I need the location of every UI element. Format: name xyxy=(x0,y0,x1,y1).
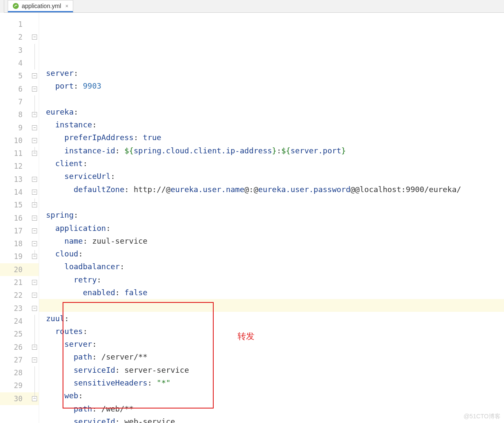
code-line[interactable]: client: xyxy=(39,157,504,170)
code-line[interactable]: loadbalancer: xyxy=(39,260,504,273)
watermark: @51CTO博客 xyxy=(464,413,501,420)
token-val: @:@ xyxy=(244,185,258,194)
code-line[interactable]: path: /web/** xyxy=(39,402,504,415)
code-line[interactable]: application: xyxy=(39,222,504,234)
token-key: application xyxy=(55,224,106,233)
code-line[interactable]: serviceUrl: xyxy=(39,170,504,183)
token-ref: server.port xyxy=(290,146,341,155)
token-ref: eureka.user.name xyxy=(171,185,244,194)
code-line[interactable]: port: 9903 xyxy=(39,80,504,92)
token-val: : xyxy=(83,327,88,336)
token-key: defaultZone xyxy=(74,185,124,194)
fold-open-icon[interactable]: − xyxy=(32,177,37,182)
code-line[interactable]: web: xyxy=(39,389,504,402)
token-val xyxy=(46,327,55,336)
code-line[interactable] xyxy=(39,92,504,105)
gutter-line: 17− xyxy=(0,224,39,237)
gutter-line: 1 xyxy=(0,18,39,31)
code-line[interactable]: sensitiveHeaders: "*" xyxy=(39,376,504,389)
token-key: retry xyxy=(74,275,97,284)
code-line[interactable]: eureka: xyxy=(39,105,504,118)
code-line[interactable] xyxy=(39,196,504,208)
token-key: zuul xyxy=(46,314,64,323)
token-key: path xyxy=(74,352,92,361)
fold-open-icon[interactable]: − xyxy=(32,357,37,363)
token-dollar: } xyxy=(272,146,277,155)
fold-open-icon[interactable]: − xyxy=(32,190,37,195)
token-key: serviceUrl xyxy=(64,172,110,181)
code-line[interactable]: instance: xyxy=(39,118,504,131)
gutter-line: 20 xyxy=(0,263,39,276)
close-icon[interactable]: × xyxy=(66,3,69,9)
gutter-line: 6− xyxy=(0,82,39,95)
token-val: : xyxy=(92,120,97,129)
token-val: : server-service xyxy=(115,365,189,374)
token-val xyxy=(46,365,74,374)
token-val xyxy=(46,275,74,284)
tab-label: application.yml xyxy=(22,3,61,9)
token-val xyxy=(46,159,55,168)
code-line[interactable] xyxy=(39,299,504,312)
token-val xyxy=(46,146,64,155)
gutter-line: 9− xyxy=(0,121,39,134)
code-line[interactable]: instance-id: ${spring.cloud.client.ip-ad… xyxy=(39,144,504,157)
code-line[interactable]: server: xyxy=(39,66,504,79)
code-line[interactable]: server: xyxy=(39,338,504,351)
code-line[interactable]: retry: xyxy=(39,273,504,286)
code-line[interactable] xyxy=(39,54,504,66)
code-line[interactable]: path: /server/** xyxy=(39,351,504,363)
fold-open-icon[interactable]: − xyxy=(32,280,37,285)
gutter-line: 22− xyxy=(0,289,39,302)
code-line[interactable]: zuul: xyxy=(39,312,504,325)
gutter-line: 7 xyxy=(0,95,39,108)
token-val: : xyxy=(277,146,281,155)
token-val: : xyxy=(74,210,78,219)
token-val xyxy=(46,262,64,271)
token-ref: eureka.user.password xyxy=(258,185,351,194)
code-line[interactable]: preferIpAddress: true xyxy=(39,131,504,144)
token-val xyxy=(46,81,55,90)
fold-open-icon[interactable]: − xyxy=(32,138,37,143)
code-line[interactable]: defaultZone: http://@eureka.user.name@:@… xyxy=(39,183,504,196)
fold-open-icon[interactable]: − xyxy=(32,86,37,92)
code-line[interactable]: name: zuul-service xyxy=(39,234,504,247)
editor-area[interactable]: 12−345−6−78−9−10−11−1213−14−15−16−17−18−… xyxy=(0,13,504,423)
token-val: : xyxy=(115,288,125,297)
code-line[interactable]: routes: xyxy=(39,325,504,337)
fold-open-icon[interactable]: − xyxy=(32,241,37,246)
gutter-line: 3 xyxy=(0,44,39,57)
code-line[interactable]: cloud: xyxy=(39,247,504,260)
token-val: : xyxy=(74,107,78,116)
code-line[interactable]: enabled: false xyxy=(39,286,504,299)
fold-open-icon[interactable]: − xyxy=(32,228,37,233)
fold-open-icon[interactable]: − xyxy=(32,35,37,40)
gutter-line: 12 xyxy=(0,160,39,173)
token-key: port xyxy=(55,81,74,90)
gutter-line: 4 xyxy=(0,57,39,69)
token-val: : web-service xyxy=(115,417,175,423)
code-line[interactable]: serviceId: web-service xyxy=(39,415,504,423)
gutter-line: 5− xyxy=(0,69,39,82)
token-val: : zuul-service xyxy=(83,236,148,245)
fold-open-icon[interactable]: − xyxy=(32,125,37,130)
fold-open-icon[interactable]: − xyxy=(32,306,37,311)
token-val: : xyxy=(92,340,97,348)
code-line[interactable]: spring: xyxy=(39,209,504,222)
gutter-line: 15− xyxy=(0,199,39,211)
gutter-line: 25 xyxy=(0,328,39,340)
tab-application-yml[interactable]: application.yml × xyxy=(8,0,73,12)
token-val xyxy=(46,185,74,194)
fold-open-icon[interactable]: − xyxy=(32,293,37,298)
code-content[interactable]: 转发 server: port: 9903eureka: instance: p… xyxy=(39,13,504,423)
token-key: sensitiveHeaders xyxy=(74,378,147,387)
token-val xyxy=(46,288,83,297)
token-val: : xyxy=(83,159,88,168)
gutter-line: 2− xyxy=(0,31,39,43)
gutter-line: 8− xyxy=(0,108,39,121)
fold-open-icon[interactable]: − xyxy=(32,216,37,221)
fold-open-icon[interactable]: − xyxy=(32,73,37,78)
token-val: : xyxy=(120,262,124,271)
gutter-line: 11− xyxy=(0,147,39,160)
token-val xyxy=(46,378,74,387)
code-line[interactable]: serviceId: server-service xyxy=(39,363,504,376)
